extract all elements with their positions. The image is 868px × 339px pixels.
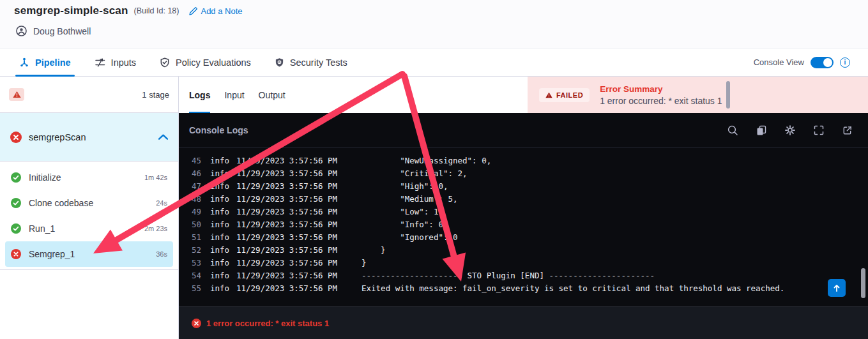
step-name: Semgrep_1	[29, 249, 75, 259]
triggered-by-user: Doug Bothwell	[33, 26, 91, 36]
console-error-footer: 1 error occurred: * exit status 1	[179, 306, 868, 339]
log-text: "NewUnassigned": 0,	[362, 154, 868, 167]
log-line: 49info11/29/2023 3:57:56 PM "Low": 1,	[179, 206, 868, 218]
log-text: }	[362, 257, 868, 269]
line-number: 45	[179, 154, 201, 167]
chevron-up-icon[interactable]	[158, 134, 168, 140]
line-number: 47	[179, 180, 201, 193]
log-view-header: LogsInputOutput FAILED Error Summary 1 e…	[179, 77, 868, 113]
security-shield-icon	[275, 57, 284, 68]
log-level: info	[201, 231, 236, 244]
copy-icon[interactable]	[756, 124, 767, 136]
step-duration: 36s	[156, 250, 167, 258]
log-level: info	[201, 206, 236, 218]
console-logs-panel: Console Logs 45info11/29/2023 3:57:56 PM…	[179, 113, 868, 339]
log-text: "Low": 1,	[362, 206, 868, 218]
log-line: 47info11/29/2023 3:57:56 PM "High": 0,	[179, 180, 868, 193]
step-name: Initialize	[29, 172, 61, 183]
page-title: semgrep-simple-scan	[14, 4, 128, 17]
log-tabs-container: LogsInputOutput	[189, 77, 300, 113]
stage-count-label: 1 stage	[142, 90, 169, 100]
search-icon[interactable]	[727, 124, 738, 136]
user-row: Doug Bothwell	[16, 26, 868, 36]
build-header: semgrep-simple-scan (Build Id: 18) Add a…	[0, 0, 868, 48]
add-note-button[interactable]: Add a Note	[189, 6, 242, 16]
log-line: 45info11/29/2023 3:57:56 PM "NewUnassign…	[179, 154, 868, 167]
log-tab-logs[interactable]: Logs	[189, 77, 210, 113]
scroll-to-top-button[interactable]	[828, 279, 846, 297]
log-timestamp: 11/29/2023 3:57:56 PM	[236, 180, 362, 193]
line-number: 48	[179, 193, 201, 206]
error-summary-texts: Error Summary 1 error occurred: * exit s…	[600, 84, 722, 106]
info-icon[interactable]	[840, 57, 850, 68]
step-row-clone-codebase[interactable]: Clone codebase24s	[5, 190, 173, 216]
line-number: 54	[179, 269, 201, 282]
open-in-new-icon[interactable]	[842, 125, 853, 136]
console-header: Console Logs	[179, 113, 868, 148]
title-row: semgrep-simple-scan (Build Id: 18) Add a…	[0, 0, 868, 17]
step-duration: 24s	[156, 199, 167, 207]
step-duration: 2m 23s	[144, 225, 167, 232]
tab-policy-evaluations[interactable]: Policy Evaluations	[160, 49, 251, 76]
warning-triangle-icon	[13, 91, 21, 98]
console-view-toggle[interactable]	[811, 57, 834, 68]
nav-tab-label: Inputs	[111, 57, 137, 68]
log-line: 53info11/29/2023 3:57:56 PM}	[179, 257, 868, 269]
build-failed-warning-badge	[9, 88, 24, 101]
failed-status-icon	[10, 132, 22, 143]
nav-tabs-container: PipelineInputsPolicy EvaluationsSecurity…	[19, 49, 371, 76]
console-toolbar	[727, 124, 853, 136]
log-tab-output[interactable]: Output	[259, 77, 286, 113]
log-level: info	[201, 154, 236, 167]
console-logs-title: Console Logs	[189, 125, 248, 135]
error-panel-scrollbar[interactable]	[726, 81, 730, 109]
log-tab-input[interactable]: Input	[224, 77, 244, 113]
nav-tab-label: Policy Evaluations	[176, 57, 251, 68]
log-text: "Ignored": 0	[362, 231, 868, 244]
nav-tab-label: Security Tests	[290, 57, 347, 68]
log-line: 50info11/29/2023 3:57:56 PM "Info": 0,	[179, 218, 868, 231]
log-scrollbar[interactable]	[861, 268, 865, 298]
policy-shield-check-icon	[160, 57, 170, 68]
step-row-run_1[interactable]: Run_12m 23s	[5, 216, 173, 241]
tab-pipeline[interactable]: Pipeline	[19, 49, 71, 76]
stage-name: semgrepScan	[29, 132, 86, 142]
build-id: (Build Id: 18)	[134, 6, 179, 15]
line-number: 53	[179, 257, 201, 269]
failed-x-icon	[11, 249, 21, 259]
console-view-label: Console View	[754, 57, 804, 67]
nav-tab-label: Pipeline	[35, 57, 71, 68]
footer-error-message: 1 error occurred: * exit status 1	[206, 319, 329, 328]
log-text: "Critical": 2,	[362, 167, 868, 180]
log-timestamp: 11/29/2023 3:57:56 PM	[236, 206, 362, 218]
step-row-initialize[interactable]: Initialize1m 42s	[5, 165, 173, 190]
log-level: info	[201, 167, 236, 180]
warning-triangle-icon	[545, 92, 552, 98]
step-duration: 1m 42s	[144, 174, 167, 181]
step-name: Clone codebase	[29, 198, 93, 208]
success-check-icon	[11, 198, 21, 208]
log-timestamp: 11/29/2023 3:57:56 PM	[236, 244, 362, 257]
failed-status-badge: FAILED	[539, 88, 590, 102]
log-level: info	[201, 282, 236, 295]
log-line: 51info11/29/2023 3:57:56 PM "Ignored": 0	[179, 231, 868, 244]
stage-header-semgrepscan[interactable]: semgrepScan	[0, 113, 178, 162]
console-view-control: Console View	[754, 49, 850, 76]
tab-inputs[interactable]: Inputs	[95, 49, 137, 76]
line-number: 55	[179, 282, 201, 295]
step-row-semgrep_1[interactable]: Semgrep_136s	[5, 241, 173, 267]
line-number: 50	[179, 218, 201, 231]
log-line: 55info11/29/2023 3:57:56 PMExited with m…	[179, 282, 868, 295]
failed-badge-label: FAILED	[556, 91, 583, 99]
fullscreen-icon[interactable]	[813, 124, 825, 136]
tab-security-tests[interactable]: Security Tests	[275, 49, 347, 76]
error-summary-message: 1 error occurred: * exit status 1	[600, 96, 722, 106]
step-list: Initialize1m 42sClone codebase24sRun_12m…	[0, 162, 178, 270]
log-timestamp: 11/29/2023 3:57:56 PM	[236, 231, 362, 244]
log-text: "Info": 0,	[362, 218, 868, 231]
settings-icon[interactable]	[784, 124, 796, 136]
log-level: info	[201, 244, 236, 257]
error-circle-icon	[192, 319, 201, 328]
log-level: info	[201, 257, 236, 269]
pipeline-icon	[19, 57, 29, 68]
